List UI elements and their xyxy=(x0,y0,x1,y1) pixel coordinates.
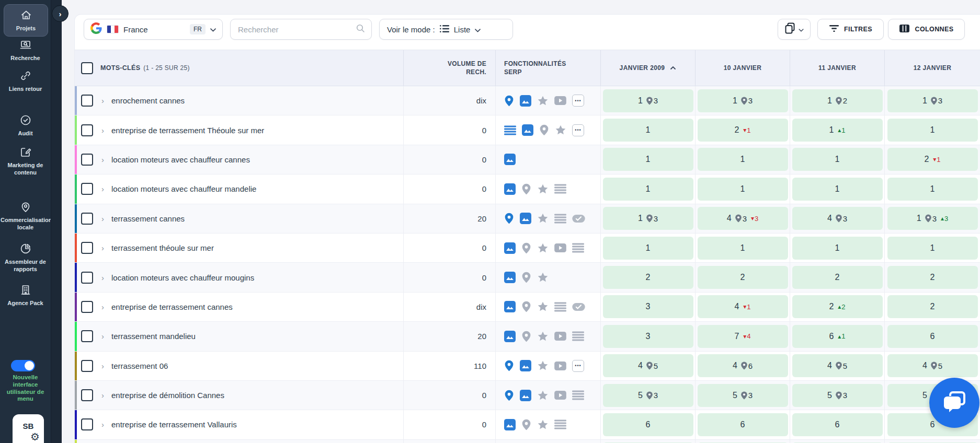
position-cell[interactable]: 12 xyxy=(792,89,883,112)
position-cell[interactable]: 1 xyxy=(698,148,788,171)
keyword-text[interactable]: location moteurs avec chauffeur mougins xyxy=(111,273,254,282)
position-cell[interactable]: 1▴1 xyxy=(792,119,883,142)
date-column-header[interactable]: 10 JANVIER xyxy=(695,50,790,86)
new-ui-toggle[interactable] xyxy=(11,360,35,371)
row-checkbox[interactable] xyxy=(81,95,93,107)
position-cell[interactable]: 53 xyxy=(792,384,883,407)
position-cell[interactable]: 43▾3 xyxy=(698,207,788,230)
position-cell[interactable]: 43 xyxy=(792,207,883,230)
position-cell[interactable]: 13 xyxy=(887,89,978,112)
position-cell[interactable]: 1 xyxy=(698,237,788,260)
position-cell[interactable]: 1 xyxy=(603,148,693,171)
position-cell[interactable]: 45 xyxy=(603,354,693,377)
position-cell[interactable]: 13▴3 xyxy=(887,207,978,230)
keyword-text[interactable]: location moteurs avec chauffeur cannes xyxy=(111,155,250,164)
row-checkbox[interactable] xyxy=(81,242,93,254)
position-cell[interactable]: 6 xyxy=(792,413,883,436)
row-checkbox[interactable] xyxy=(81,124,93,136)
position-cell[interactable]: 1 xyxy=(792,178,883,201)
copy-report-button[interactable] xyxy=(778,19,811,40)
position-cell[interactable]: 1 xyxy=(887,119,978,142)
chat-widget-button[interactable] xyxy=(929,378,979,428)
expand-chevron-icon[interactable]: › xyxy=(101,184,104,193)
keyword-text[interactable]: terrassement mandelieu xyxy=(111,332,196,341)
expand-chevron-icon[interactable]: › xyxy=(101,155,104,164)
position-cell[interactable]: 13 xyxy=(603,207,693,230)
expand-chevron-icon[interactable]: › xyxy=(101,273,104,282)
row-checkbox[interactable] xyxy=(81,389,93,401)
keyword-search-field[interactable] xyxy=(230,19,372,40)
keyword-text[interactable]: location moteurs avec chauffeur mandelie xyxy=(111,184,256,193)
settings-gear-icon[interactable]: ⚙ xyxy=(30,430,40,443)
position-cell[interactable]: 2 xyxy=(698,266,788,289)
row-checkbox[interactable] xyxy=(81,213,93,225)
sidebar-item-recherche[interactable]: Recherche xyxy=(0,39,51,62)
columns-button[interactable]: COLONNES xyxy=(888,19,965,40)
position-cell[interactable]: 3 xyxy=(603,295,693,318)
row-checkbox[interactable] xyxy=(81,154,93,166)
sidebar-item-projets[interactable]: Projets xyxy=(4,4,48,37)
row-checkbox[interactable] xyxy=(81,301,93,313)
expand-chevron-icon[interactable]: › xyxy=(101,96,104,105)
position-cell[interactable]: 13 xyxy=(603,89,693,112)
position-cell[interactable]: 53 xyxy=(698,384,788,407)
keyword-text[interactable]: entreprise de démolition Cannes xyxy=(111,391,224,400)
position-cell[interactable]: 6 xyxy=(603,413,693,436)
position-cell[interactable]: 6 xyxy=(887,325,978,348)
position-cell[interactable]: 2 xyxy=(887,295,978,318)
position-cell[interactable]: 1 xyxy=(603,119,693,142)
position-cell[interactable]: 3 xyxy=(603,325,693,348)
row-checkbox[interactable] xyxy=(81,330,93,342)
sidebar-item-assembleur-rapports[interactable]: Assembleur de rapports xyxy=(0,242,51,273)
position-cell[interactable]: 45 xyxy=(792,354,883,377)
position-cell[interactable]: 1 xyxy=(698,178,788,201)
position-cell[interactable]: 1 xyxy=(887,178,978,201)
date-column-header[interactable]: 12 JANVIER xyxy=(884,50,980,86)
position-cell[interactable]: 53 xyxy=(603,384,693,407)
keyword-text[interactable]: terrassement théoule sur mer xyxy=(111,243,214,252)
sidebar-expand-button[interactable]: › xyxy=(52,5,69,22)
expand-chevron-icon[interactable]: › xyxy=(101,332,104,341)
keyword-text[interactable]: entreprise de terrassement Théoule sur m… xyxy=(111,126,264,135)
sidebar-item-commercialisation-locale[interactable]: Commercialisation locale xyxy=(0,201,51,231)
position-cell[interactable]: 2 xyxy=(603,266,693,289)
position-cell[interactable]: 2 xyxy=(887,266,978,289)
sidebar-item-liens-retour[interactable]: Liens retour xyxy=(0,69,51,93)
position-cell[interactable]: 6 xyxy=(698,413,788,436)
position-cell[interactable]: 1 xyxy=(887,237,978,260)
position-cell[interactable]: 13 xyxy=(698,89,788,112)
expand-chevron-icon[interactable]: › xyxy=(101,420,104,429)
date-column-header[interactable]: 11 JANVIER xyxy=(790,50,884,86)
sidebar-item-marketing-contenu[interactable]: Marketing de contenu xyxy=(0,146,51,177)
select-all-checkbox[interactable] xyxy=(81,62,93,74)
position-cell[interactable]: 1 xyxy=(792,148,883,171)
date-column-header[interactable]: JANVIER 2009 xyxy=(600,50,695,86)
expand-chevron-icon[interactable]: › xyxy=(101,302,104,311)
keyword-text[interactable]: terrassement cannes xyxy=(111,214,185,223)
keyword-text[interactable]: entreprise de terrassement Vallauris xyxy=(111,420,237,429)
position-cell[interactable]: 7▾4 xyxy=(698,325,788,348)
filters-button[interactable]: FILTRES xyxy=(817,19,884,40)
expand-chevron-icon[interactable]: › xyxy=(101,126,104,135)
row-checkbox[interactable] xyxy=(81,360,93,372)
search-input[interactable] xyxy=(237,25,356,34)
position-cell[interactable]: 2 xyxy=(792,266,883,289)
row-checkbox[interactable] xyxy=(81,272,93,284)
position-cell[interactable]: 45 xyxy=(887,354,978,377)
keyword-text[interactable]: terrassement 06 xyxy=(111,362,168,370)
sidebar-item-agence-pack[interactable]: Agence Pack xyxy=(0,284,51,307)
position-cell[interactable]: 1 xyxy=(603,178,693,201)
position-cell[interactable]: 2▾1 xyxy=(887,148,978,171)
view-mode-selector[interactable]: Voir le mode : Liste xyxy=(379,19,513,40)
expand-chevron-icon[interactable]: › xyxy=(101,243,104,252)
expand-chevron-icon[interactable]: › xyxy=(101,362,104,370)
sidebar-item-audit[interactable]: Audit xyxy=(0,114,51,137)
keyword-text[interactable]: entreprise de terrassement cannes xyxy=(111,302,233,311)
position-cell[interactable]: 1 xyxy=(792,237,883,260)
position-cell[interactable]: 6▴1 xyxy=(792,325,883,348)
position-cell[interactable]: 46 xyxy=(698,354,788,377)
row-checkbox[interactable] xyxy=(81,183,93,195)
position-cell[interactable]: 2▴2 xyxy=(792,295,883,318)
search-engine-selector[interactable]: France FR xyxy=(84,19,223,40)
row-checkbox[interactable] xyxy=(81,418,93,430)
